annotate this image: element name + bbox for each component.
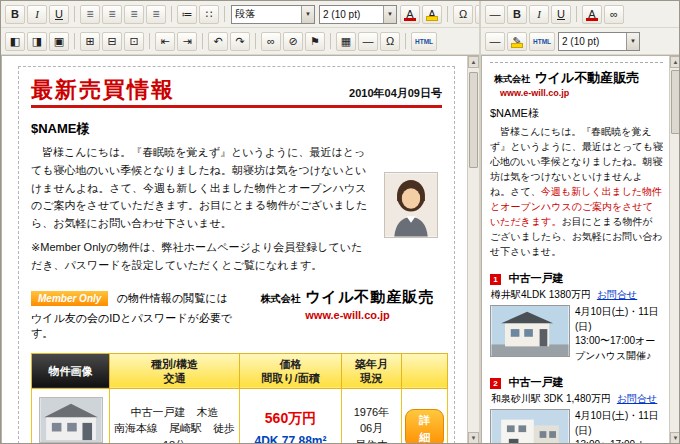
inquiry-link[interactable]: お問合せ — [597, 289, 637, 300]
html-editor-pane: BIU≡≡≡≡≔∷段落▼2 (10 pt)▼AAΩx₂x² ◧◨▣⊞⊟⊡⇤⇥↶↷… — [1, 1, 479, 444]
italic-button[interactable]: I — [529, 5, 549, 24]
company-name: ウイル不動産販売 — [305, 288, 434, 305]
html-source-button[interactable]: HTML — [529, 32, 555, 51]
right-editor-canvas[interactable]: 株式会社 ウイル不動産販売 www.e-will.co.jp $NAME様 皆様… — [481, 55, 680, 444]
paragraph-format-select[interactable]: 段落▼ — [231, 5, 315, 24]
dropdown-arrow-icon: ▼ — [626, 33, 639, 50]
bullet-list-button[interactable]: ∷ — [199, 5, 219, 24]
left-scrollbar[interactable]: ▲ ▼ — [467, 56, 479, 444]
align-center-button[interactable]: ≡ — [102, 5, 122, 24]
issue-date: 2010年04月09日号 — [349, 86, 442, 105]
dropdown-arrow-icon: ▼ — [383, 6, 396, 23]
property-action-cell: 詳細 — [402, 389, 448, 444]
source-mode-button[interactable]: ◨ — [27, 32, 47, 51]
insert-image-button[interactable]: ▦ — [336, 32, 356, 51]
indent-button[interactable]: ⇥ — [177, 32, 197, 51]
anchor-button[interactable]: ⚑ — [305, 32, 325, 51]
listing-detail: 樽井駅4LDK 1380万円 — [491, 289, 591, 300]
toolbar-separator — [171, 6, 172, 22]
title-divider — [31, 105, 442, 108]
bold-button[interactable]: B — [5, 5, 25, 24]
listing-1: 1 中古一戸建 樽井駅4LDK 1380万円 お問合せ — [490, 268, 663, 363]
toolbar-separator — [330, 33, 331, 49]
toolbar-separator — [405, 33, 406, 49]
insert-link-button[interactable]: ∞ — [261, 32, 281, 51]
listing-detail: 和泉砂川駅 3DK 1,480万円 — [491, 393, 611, 404]
occupancy-status: 居住中 — [345, 437, 398, 444]
right-scrollbar[interactable]: ▲ ▼ — [669, 56, 680, 444]
html-source-button[interactable]: HTML — [411, 32, 437, 51]
collapse-toolbar-button[interactable]: — — [485, 32, 505, 51]
left-editor-canvas[interactable]: 最新売買情報 2010年04月09日号 $NAME様 皆様こんにちは。『春眠暁を… — [1, 55, 479, 444]
col-header-action — [402, 353, 448, 389]
highlight-color-button[interactable]: ✎ — [507, 32, 527, 51]
outdent-button[interactable]: ⇤ — [155, 32, 175, 51]
listing-2-header: 2 中古一戸建 — [490, 372, 663, 390]
insert-link-button[interactable]: ∞ — [604, 5, 624, 24]
mobile-editor-pane: —BIUA∞ —✎HTML2 (10 pt)▼ 株式会社 ウイル不動産販売 ww… — [479, 1, 680, 444]
align-left-button[interactable]: ≡ — [80, 5, 100, 24]
insert-symbol-button[interactable]: Ω — [380, 32, 400, 51]
special-char-button[interactable]: Ω — [453, 5, 473, 24]
numbered-list-button[interactable]: ≔ — [177, 5, 197, 24]
property-price-cell: 560万円 4DK 77.88m² — [240, 389, 342, 444]
open-house-schedule: 4月10日(土)・11日(日) 13:00〜17:00オープンハウス開催♪ — [575, 409, 663, 444]
italic-button[interactable]: I — [27, 5, 47, 24]
company-url: www.e-will.co.jp — [253, 309, 442, 321]
scrollbar-thumb[interactable] — [469, 72, 478, 168]
table-cell-button[interactable]: ⊡ — [124, 32, 144, 51]
built-month: 06月 — [345, 420, 398, 437]
company-name: ウイル不動産販売 — [534, 70, 639, 85]
toolbar-separator — [74, 6, 75, 22]
listing-type: 中古一戸建 — [508, 272, 563, 284]
property-built-cell: 1976年 06月 居住中 — [342, 389, 402, 444]
bold-button[interactable]: B — [507, 5, 527, 24]
font-size-select[interactable]: 2 (10 pt)▼ — [319, 5, 397, 24]
company-heading: 株式会社 ウイル不動産販売 — [494, 68, 663, 87]
open-house-date: 4月10日(土)・11日(日) — [575, 409, 663, 438]
property-table-header-row: 物件画像 種別/構造 交通 価格 間取り/面積 築年月 — [32, 353, 448, 389]
listing-photo[interactable] — [490, 305, 570, 357]
open-house-time: 13:00〜17:00オープンハウス開催♪ — [575, 334, 663, 363]
font-size-select[interactable]: 2 (10 pt)▼ — [558, 32, 640, 51]
scroll-up-button[interactable]: ▲ — [468, 56, 479, 68]
preview-button[interactable]: ▣ — [49, 32, 69, 51]
listing-1-header: 1 中古一戸建 — [490, 268, 663, 286]
undo-button[interactable]: ↶ — [208, 32, 228, 51]
remove-link-button[interactable]: ⊘ — [283, 32, 303, 51]
property-table: 物件画像 種別/構造 交通 価格 間取り/面積 築年月 — [31, 353, 448, 444]
listing-number-badge: 2 — [490, 378, 501, 389]
open-house-date: 4月10日(土)・11日(日) — [575, 305, 663, 334]
font-color-button[interactable]: A — [400, 5, 420, 24]
scroll-up-button[interactable]: ▲ — [670, 56, 680, 68]
redo-button[interactable]: ↷ — [230, 32, 250, 51]
property-photo[interactable] — [39, 397, 103, 443]
collapse-toolbar-button[interactable]: — — [485, 5, 505, 24]
listing-number-badge: 1 — [490, 274, 501, 285]
member-info-line-1: の物件情報の閲覧には — [117, 292, 228, 304]
design-mode-button[interactable]: ◧ — [5, 32, 25, 51]
scroll-down-button[interactable]: ▼ — [670, 432, 680, 444]
detail-button[interactable]: 詳細 — [405, 409, 444, 444]
greeting-paragraph: 皆様こんにちは。『春眠暁を覚えず』というように、最近はとっても寝心地のいい季候と… — [31, 144, 372, 233]
scroll-down-button[interactable]: ▼ — [468, 432, 479, 444]
horizontal-rule-button[interactable]: — — [358, 32, 378, 51]
table-row-button[interactable]: ⊟ — [102, 32, 122, 51]
underline-button[interactable]: U — [49, 5, 69, 24]
align-justify-button[interactable]: ≡ — [146, 5, 166, 24]
inquiry-link[interactable]: お問合せ — [617, 393, 657, 404]
scrollbar-thumb[interactable] — [671, 70, 680, 134]
insert-table-button[interactable]: ⊞ — [80, 32, 100, 51]
listing-photo[interactable] — [490, 409, 570, 444]
left-toolbar-row-1: BIU≡≡≡≡≔∷段落▼2 (10 pt)▼AAΩx₂x² — [1, 1, 479, 28]
member-only-badge: Member Only — [31, 291, 108, 306]
staff-avatar-photo[interactable] — [384, 172, 438, 238]
highlight-color-button[interactable]: A — [422, 5, 442, 24]
font-color-button[interactable]: A — [582, 5, 602, 24]
underline-button[interactable]: U — [551, 5, 571, 24]
property-photo-cell: Member Only — [32, 389, 110, 444]
left-toolbar-row-2: ◧◨▣⊞⊟⊡⇤⇥↶↷∞⊘⚑▦—ΩHTML — [1, 28, 479, 55]
member-company-row: Member Only の物件情報の閲覧には ウイル友の会のIDとパスワードが必… — [31, 288, 442, 341]
col-header-photo: 物件画像 — [32, 353, 110, 389]
align-right-button[interactable]: ≡ — [124, 5, 144, 24]
